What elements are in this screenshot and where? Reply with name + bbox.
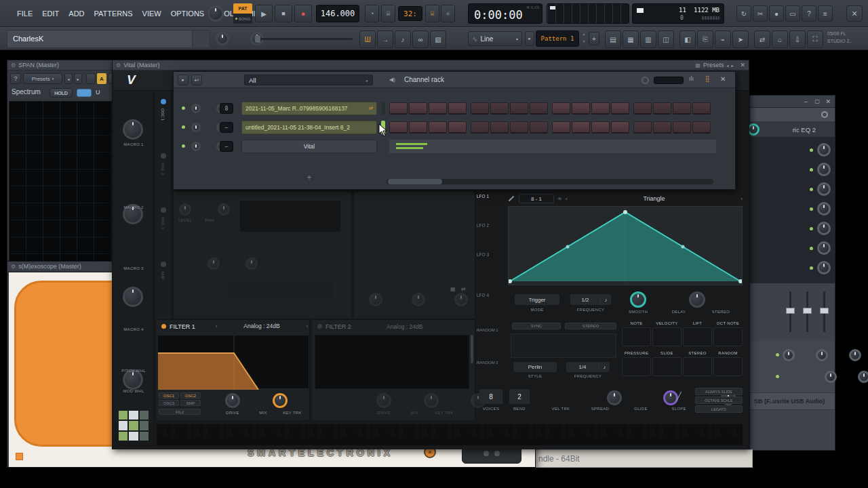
piano-key-black[interactable]	[585, 424, 590, 437]
eq-band-knob[interactable]	[817, 182, 831, 196]
send-knob[interactable]	[816, 349, 828, 361]
piano-key-black[interactable]	[455, 424, 460, 437]
piano-key-black[interactable]	[699, 424, 704, 437]
mod-cell[interactable]	[683, 327, 712, 346]
step-cell[interactable]	[409, 121, 427, 134]
hold-button[interactable]: HOLD	[50, 88, 73, 98]
random-stereo-button[interactable]: STEREO	[565, 323, 616, 329]
menu-options[interactable]: OPTIONS	[166, 0, 210, 27]
preset-prev-icon[interactable]: ◂	[726, 63, 728, 68]
titlebar-presets[interactable]: Presets	[703, 62, 724, 68]
osc3-dot[interactable]	[161, 207, 166, 213]
tempo-sync-icon[interactable]: ♪	[599, 365, 610, 369]
filter2-display[interactable]	[315, 335, 469, 389]
rack-menu-arrow[interactable]: ▸	[178, 75, 189, 85]
osc1-dot[interactable]	[161, 99, 166, 104]
close-rack-icon[interactable]: ✕	[720, 75, 726, 83]
wavetable-display[interactable]	[239, 200, 341, 232]
lfo-smooth-knob[interactable]	[630, 291, 646, 308]
lfo-shape-selector[interactable]: ‹ Triangle ›	[566, 195, 743, 202]
channel-display[interactable]: —	[220, 141, 233, 152]
preset-next-icon[interactable]: ▸	[731, 63, 733, 68]
mod-octnote[interactable]: OCT NOTE	[713, 321, 743, 325]
channel-button[interactable]: untitled_2021-11-05 21-38-04_Insert 8_2	[241, 121, 377, 134]
eq-band-knob[interactable]	[817, 261, 831, 274]
preset-prev-button[interactable]: ◂	[64, 73, 73, 84]
shop-icon[interactable]: ⛶	[807, 30, 823, 48]
step-cell[interactable]	[572, 121, 590, 134]
slider-handle[interactable]	[255, 35, 260, 43]
piano-key-black[interactable]	[626, 424, 631, 437]
step-cell[interactable]	[448, 121, 467, 134]
sync-icon[interactable]: ↻	[736, 5, 751, 22]
metronome-icon[interactable]: ⌗	[441, 5, 455, 22]
v-scrollbar[interactable]	[471, 335, 473, 363]
eq-band-knob[interactable]	[817, 222, 831, 235]
channel-enable-led[interactable]	[182, 144, 185, 148]
playlist-icon[interactable]: ▤	[605, 30, 621, 48]
channel-filter-dropdown[interactable]: All ▸	[244, 75, 373, 85]
audio-device-strip[interactable]: SB (F..usrite USB Audio)	[750, 392, 835, 410]
lfo-display[interactable]	[508, 206, 743, 285]
pattern-arrow-button[interactable]: ▸	[525, 31, 534, 46]
cut-icon[interactable]: ✂	[753, 5, 768, 22]
tab-lfo2[interactable]: LFO 2	[477, 223, 489, 228]
filter1-drive-knob[interactable]	[225, 393, 240, 408]
lfo-frequency-control[interactable]: 1/2 ♪	[570, 294, 611, 305]
channel-pan-knob[interactable]	[191, 142, 201, 151]
chevron-left-icon[interactable]: ‹	[566, 196, 568, 202]
time-display[interactable]: 0:00:00 M:S:CS	[468, 3, 542, 24]
filter1-in-osc1[interactable]: OSC1	[159, 392, 179, 399]
eq-inner-titlebar[interactable]: ric EQ 2	[750, 121, 835, 138]
smooth-tool-icon[interactable]: ≈	[558, 195, 561, 202]
compare-a-button[interactable]: A	[97, 73, 106, 84]
random-sync-button[interactable]: SYNC	[512, 323, 561, 329]
chevron-right-icon[interactable]: ›	[741, 196, 743, 202]
piano-key-black[interactable]	[203, 424, 208, 437]
piano-key-black[interactable]	[260, 424, 264, 437]
span-titlebar[interactable]: ⚙SPAN (Master)	[7, 60, 127, 70]
step-cell[interactable]	[611, 102, 629, 115]
osc-level-knob[interactable]	[179, 203, 191, 216]
step-cell[interactable]	[673, 102, 691, 115]
step-cell[interactable]	[389, 121, 408, 134]
vital-titlebar[interactable]: ⚙ Vital (Master) ▦ Presets ◂ ▸ ✕	[113, 60, 749, 70]
filter1-fil2-button[interactable]: FIL2	[159, 409, 201, 415]
mixer-fader[interactable]	[820, 308, 829, 314]
span-presets-dropdown[interactable]: Presets▾	[23, 73, 62, 84]
channel-rack-icon[interactable]: ▥	[640, 30, 656, 48]
piano-key-black[interactable]	[170, 424, 175, 437]
lfo-mode-button[interactable]: Trigger	[515, 294, 559, 305]
veltrk-knob[interactable]	[607, 390, 622, 405]
plugin-icon[interactable]: ⌁	[715, 30, 731, 48]
spectrum-display[interactable]	[9, 101, 127, 262]
menu-edit[interactable]: EDIT	[37, 0, 64, 27]
piano-key-black[interactable]	[366, 424, 370, 437]
filter1-power-led[interactable]	[161, 324, 166, 329]
menu-add[interactable]: ADD	[64, 0, 89, 27]
countdown-icon[interactable]: ◔	[365, 5, 379, 22]
piano-key-black[interactable]	[374, 424, 378, 437]
random-display[interactable]	[511, 333, 616, 358]
osc-knob[interactable]	[208, 258, 220, 270]
send-knob[interactable]	[783, 349, 795, 361]
env-knob[interactable]	[412, 293, 425, 306]
mixer-icon[interactable]: ◫	[658, 30, 674, 48]
pattern-number-lcd[interactable]: 32:	[398, 6, 422, 21]
play-button[interactable]: ▶	[255, 5, 273, 22]
step-cell[interactable]	[510, 102, 528, 115]
bend-value[interactable]: 2	[509, 389, 530, 404]
piano-key-black[interactable]	[715, 424, 720, 437]
menu-patterns[interactable]: PATTERNS	[90, 0, 138, 27]
piano-key-black[interactable]	[309, 424, 313, 437]
eq-band-knob[interactable]	[817, 202, 831, 216]
step-cell[interactable]	[471, 121, 489, 134]
add-channel-button[interactable]: +	[304, 172, 315, 183]
stop-button[interactable]: ■	[275, 5, 292, 22]
step-cell[interactable]	[389, 102, 408, 115]
minimize-icon[interactable]: –	[804, 98, 808, 105]
macro1-knob[interactable]	[123, 119, 143, 140]
piano-key-black[interactable]	[447, 424, 452, 437]
tab-random2[interactable]: RANDOM 2	[477, 361, 498, 365]
tab-osc3[interactable]: OSC 3	[161, 217, 165, 229]
